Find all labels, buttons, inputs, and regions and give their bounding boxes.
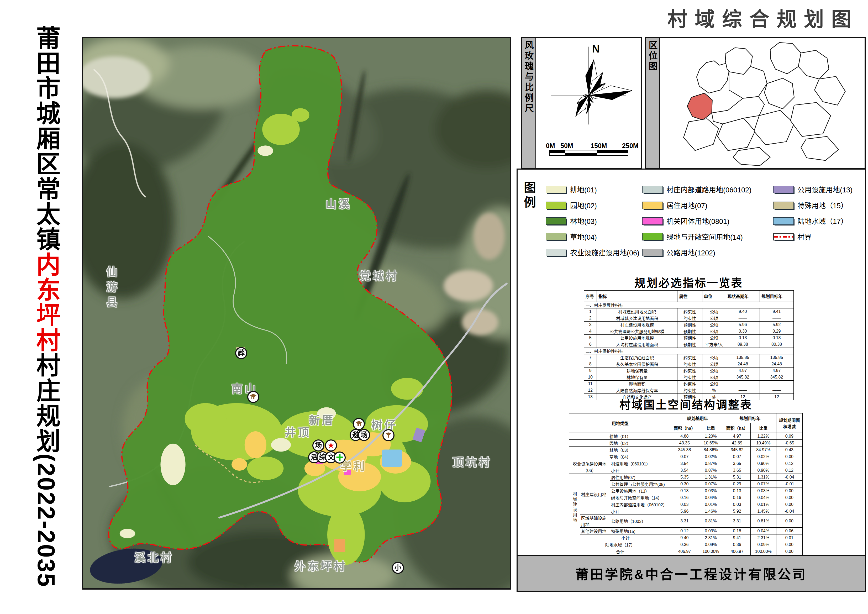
company-name: 莆田学院&中合一工程设计有限公司 <box>575 564 807 583</box>
scale-tick: 50M <box>560 142 573 150</box>
clinic-cross-icon: ✚ <box>333 451 346 464</box>
cemetery-badge: 葬 <box>235 347 247 359</box>
legend-swatch <box>546 249 566 256</box>
legend-item: 农业设施建设用地(06) <box>546 247 639 257</box>
legend-swatch <box>773 202 794 209</box>
windrose-box-label: 风玫瑰与比例尺 <box>522 38 536 168</box>
legend-title: 图例 <box>522 181 536 211</box>
location-box: 区位图 <box>645 37 866 169</box>
legend-swatch <box>546 233 566 240</box>
place-label: 外东坪村 <box>294 557 347 573</box>
table1-title: 规划必选指标一览表 <box>584 274 794 290</box>
legend-item: 村庄内部道路用地(060102) <box>642 184 752 194</box>
scale-tick: 0M <box>546 142 555 150</box>
legend-item: 居住用地(07) <box>642 200 707 210</box>
north-label: N <box>592 43 600 55</box>
legend-item: 绿地与开敞空间用地(14) <box>642 231 743 242</box>
legend-swatch <box>546 217 566 225</box>
location-box-label: 区位图 <box>646 38 660 168</box>
village-committee-star-icon: ★ <box>325 439 337 451</box>
place-label: 顶坑村 <box>453 453 492 469</box>
place-label: 树仔 <box>371 416 398 432</box>
legend-swatch <box>773 217 794 225</box>
temple-icon <box>353 418 365 430</box>
place-label: 井顶 <box>285 423 311 439</box>
legend-swatch <box>642 249 663 256</box>
scale-bar: 0M 50M 150M 250M <box>549 142 628 156</box>
legend-item: 公用设施用地(13) <box>773 184 852 194</box>
legend-item: 陆地水域（17） <box>773 216 848 226</box>
legend-item: 公路用地(1202) <box>642 247 715 257</box>
legend-swatch <box>546 202 566 209</box>
legend-swatch <box>642 233 663 240</box>
place-label: 党城村 <box>360 267 399 283</box>
windrose-scale-box: 风玫瑰与比例尺 N <box>521 37 642 169</box>
legend-item: 特殊用地（15） <box>773 200 848 210</box>
land-structure-table: 用地类型 规划基期年 规划目标年 规划期间面积增减 面积（ha）比重 面积（ha… <box>569 413 803 555</box>
legend-item: 村界 <box>773 231 812 242</box>
school-badge: 小 <box>392 562 404 574</box>
windrose-content: N 0M 50M 150M 250M <box>536 38 641 168</box>
scale-tick: 150M <box>591 142 607 150</box>
company-bar: 莆田学院&中合一工程设计有限公司 <box>518 555 865 591</box>
plaza-badge-2: 场 <box>358 429 370 441</box>
place-label: 新厝 <box>309 411 335 427</box>
legend-swatch <box>546 186 566 193</box>
temple-icon <box>383 429 395 441</box>
county-outline-map <box>660 38 865 168</box>
village-boundary-swatch <box>773 233 794 240</box>
legend-item: 耕地(01) <box>546 184 597 194</box>
plan-sheet: 莆田市城厢区常太镇内东坪村村庄规划(2022-2035年) 村域综合规划图 <box>0 0 868 614</box>
map-overlay: 山溪 仙游县 党城村 南山 新厝 井顶 树仔 学利 顶坑村 溪北村 外东坪村 葬… <box>83 38 510 588</box>
legend-swatch <box>642 217 663 225</box>
legend-swatch <box>773 186 794 193</box>
legend-item: 草地(04) <box>546 231 597 242</box>
legend-item: 林地(03) <box>546 216 597 226</box>
indicators-table: 序号 指标 属性 单位 现状基期年 规划目标年 一、村庄发展性指标 1村域建设用… <box>584 290 794 400</box>
legend-swatch <box>642 202 663 209</box>
scale-tick: 250M <box>622 142 639 150</box>
page-title: 村域综合规划图 <box>668 3 859 32</box>
wind-rose-petals <box>572 59 632 119</box>
legend-swatch <box>642 186 663 193</box>
sheet-side-title: 莆田市城厢区常太镇内东坪村村庄规划(2022-2035年) <box>15 25 77 608</box>
village-plan-map: 山溪 仙游县 党城村 南山 新厝 井顶 树仔 学利 顶坑村 溪北村 外东坪村 葬… <box>82 37 511 589</box>
place-label: 仙游县 <box>103 266 119 312</box>
side-title-village-name: 内东坪村 <box>33 252 60 353</box>
side-title-part1: 莆田市城厢区常太镇 <box>33 25 60 252</box>
place-label: 山溪 <box>326 195 352 211</box>
legend-item: 园地(02) <box>546 200 597 210</box>
place-label: 溪北村 <box>134 549 174 564</box>
location-map <box>660 38 865 168</box>
right-info-panel: 图例 耕地(01) 园地(02) 林地(03) 草地(04) 农业设施建设用地(… <box>516 169 866 592</box>
temple-icon <box>247 391 259 403</box>
table2-title: 村域国土空间结构调整表 <box>569 396 803 412</box>
legend-item: 机关团体用地(0801) <box>642 216 729 226</box>
plaza-badge: 场 <box>312 439 324 451</box>
wind-rose: N <box>546 40 632 131</box>
